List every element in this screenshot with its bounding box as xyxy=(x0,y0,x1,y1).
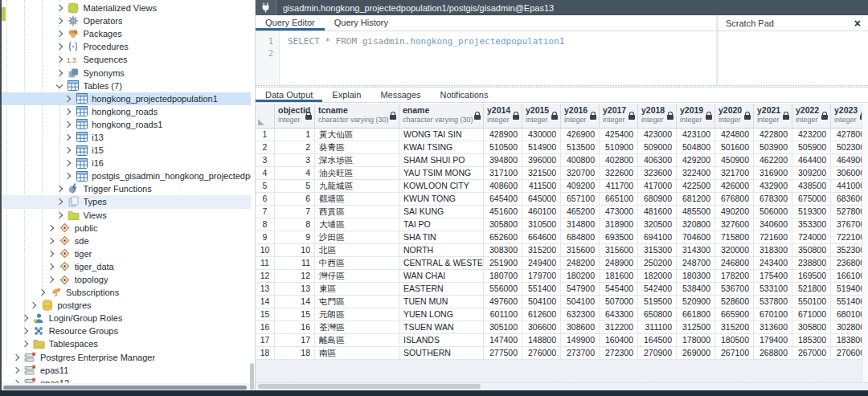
cell-tcname[interactable]: 中西區 xyxy=(315,257,399,270)
cell-y2015[interactable]: 514900 xyxy=(522,141,561,154)
cell-y2014[interactable]: 180700 xyxy=(484,270,522,283)
cell-ename[interactable]: SHA TIN xyxy=(399,231,484,244)
cell-y2018[interactable]: 323600 xyxy=(638,167,677,180)
tree-item[interactable]: Tablespaces xyxy=(0,337,251,350)
cell-y2021[interactable]: 422800 xyxy=(754,129,792,141)
cell-y2022[interactable]: 305800 xyxy=(792,321,831,334)
cell-ename[interactable]: NORTH xyxy=(399,244,484,257)
cell-y2022[interactable]: 438500 xyxy=(792,180,831,193)
cell-y2021[interactable]: 316900 xyxy=(754,167,792,180)
row-number[interactable]: 6 xyxy=(256,193,275,206)
cell-y2020[interactable]: 180500 xyxy=(715,334,754,347)
cell-y2021[interactable]: 537800 xyxy=(754,296,792,308)
cell-y2020[interactable]: 246800 xyxy=(715,257,754,270)
row-number[interactable]: 8 xyxy=(256,218,275,231)
chevron-right-icon[interactable] xyxy=(47,263,54,270)
cell-y2014[interactable]: 510500 xyxy=(484,141,522,154)
query-editor[interactable]: 12 SELECT * FROM gisadmin.hongkong_proje… xyxy=(256,31,714,85)
cell-y2017[interactable]: 248900 xyxy=(600,257,638,270)
cell-objectid[interactable]: 9 xyxy=(275,231,315,244)
cell-y2016[interactable]: 409200 xyxy=(561,180,600,193)
cell-y2015[interactable]: 321500 xyxy=(522,167,561,180)
cell-y2022[interactable]: 505900 xyxy=(792,141,831,154)
cell-y2019[interactable]: 248700 xyxy=(677,257,715,270)
chevron-right-icon[interactable] xyxy=(64,173,71,179)
chevron-right-icon[interactable] xyxy=(21,341,27,347)
cell-ename[interactable]: WONG TAI SIN xyxy=(399,129,484,141)
cell-y2021[interactable]: 432900 xyxy=(754,180,792,193)
cell-y2015[interactable]: 306600 xyxy=(522,321,561,334)
cell-y2022[interactable]: 185300 xyxy=(792,334,831,347)
cell-y2021[interactable]: 340600 xyxy=(754,218,792,231)
sidebar-vscrollbar-thumb[interactable] xyxy=(250,363,254,390)
cell-y2018[interactable]: 182000 xyxy=(638,270,677,283)
chevron-right-icon[interactable] xyxy=(55,43,62,50)
chevron-right-icon[interactable] xyxy=(55,211,62,218)
cell-y2022[interactable]: 521800 xyxy=(792,283,831,296)
chevron-right-icon[interactable] xyxy=(30,302,36,308)
cell-y2020[interactable]: 715800 xyxy=(715,231,754,244)
tree-item[interactable]: Login/Group Roles xyxy=(0,312,251,325)
cell-y2019[interactable]: 180300 xyxy=(677,270,715,283)
cell-tcname[interactable]: 西貢區 xyxy=(315,206,399,218)
chevron-right-icon[interactable] xyxy=(55,56,62,63)
cell-y2020[interactable]: 528600 xyxy=(715,296,754,308)
cell-y2015[interactable]: 249400 xyxy=(522,257,561,270)
row-number[interactable]: 11 xyxy=(256,257,275,270)
chevron-right-icon[interactable] xyxy=(64,160,71,166)
cell-ename[interactable]: CENTRAL & WESTERN xyxy=(399,257,484,270)
cell-y2020[interactable]: 536700 xyxy=(715,283,754,296)
cell-y2017[interactable]: 318900 xyxy=(600,218,638,231)
chevron-right-icon[interactable] xyxy=(55,18,62,24)
cell-y2015[interactable]: 315200 xyxy=(522,244,561,257)
column-header-y2017[interactable]: y2017integer xyxy=(600,104,638,129)
cell-objectid[interactable]: 2 xyxy=(275,141,315,154)
cell-ename[interactable]: EASTERN xyxy=(399,283,484,296)
cell-y2015[interactable]: 310500 xyxy=(522,218,561,231)
cell-y2020[interactable]: 327600 xyxy=(715,218,754,231)
cell-y2016[interactable]: 684800 xyxy=(561,231,600,244)
cell-y2020[interactable]: 426000 xyxy=(715,180,754,193)
cell-ename[interactable]: WAN CHAI xyxy=(399,270,484,283)
chevron-right-icon[interactable] xyxy=(64,121,71,128)
cell-ename[interactable]: KWUN TONG xyxy=(399,193,484,206)
cell-y2020[interactable]: 490200 xyxy=(715,206,754,218)
cell-y2019[interactable]: 538400 xyxy=(677,283,715,296)
cell-y2015[interactable]: 411500 xyxy=(522,180,561,193)
cell-y2014[interactable]: 556000 xyxy=(484,283,522,296)
cell-y2016[interactable]: 547900 xyxy=(561,283,600,296)
cell-y2014[interactable]: 308300 xyxy=(484,244,522,257)
cell-y2014[interactable]: 601100 xyxy=(484,308,522,321)
row-number[interactable]: 1 xyxy=(256,129,275,141)
cell-tcname[interactable]: 黃大仙區 xyxy=(315,129,399,141)
cell-ename[interactable]: KOWLOON CITY xyxy=(399,180,484,193)
tree-item[interactable]: Subscriptions xyxy=(0,286,251,299)
tab-explain[interactable]: Explain xyxy=(322,88,371,102)
cell-y2022[interactable]: 724000 xyxy=(792,231,831,244)
tree-item[interactable]: topology xyxy=(0,273,251,286)
cell-y2017[interactable]: 160400 xyxy=(600,334,638,347)
cell-y2018[interactable]: 164500 xyxy=(638,334,677,347)
cell-tcname[interactable]: 東區 xyxy=(315,283,399,296)
cell-y2022[interactable]: 423200 xyxy=(792,129,831,141)
tree-item[interactable]: epas11 xyxy=(0,364,251,377)
cell-y2017[interactable]: 643300 xyxy=(600,308,638,321)
cell-tcname[interactable]: 觀塘區 xyxy=(315,193,399,206)
cell-y2018[interactable]: 423000 xyxy=(638,129,677,141)
cell-y2016[interactable]: 465200 xyxy=(561,206,600,218)
cell-y2017[interactable]: 312200 xyxy=(600,321,638,334)
cell-y2017[interactable]: 402800 xyxy=(600,154,638,167)
tree-item[interactable]: Views xyxy=(0,209,251,222)
cell-y2019[interactable]: 485500 xyxy=(677,206,715,218)
cell-y2016[interactable]: 308600 xyxy=(561,321,600,334)
grid-hscrollbar-thumb[interactable] xyxy=(258,384,481,389)
cell-y2020[interactable]: 450900 xyxy=(715,154,754,167)
tab-messages[interactable]: Messages xyxy=(371,88,430,102)
cell-y2017[interactable]: 411700 xyxy=(600,180,638,193)
cell-y2020[interactable]: 315200 xyxy=(715,321,754,334)
cell-y2016[interactable]: 632300 xyxy=(561,308,600,321)
tree-item[interactable]: hongkong_roads xyxy=(0,105,251,118)
cell-y2015[interactable]: 612600 xyxy=(522,308,561,321)
chevron-right-icon[interactable] xyxy=(47,237,54,243)
cell-y2015[interactable]: 179700 xyxy=(522,270,561,283)
